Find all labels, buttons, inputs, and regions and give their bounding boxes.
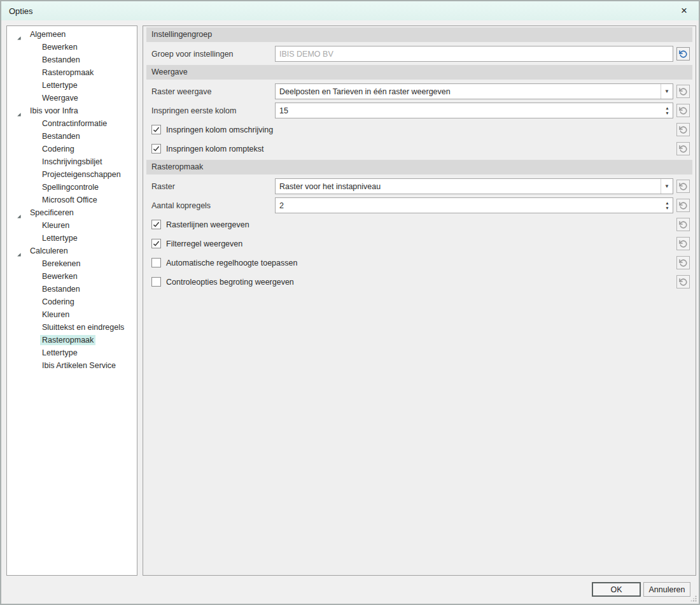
spinner-aantal-kopregels[interactable]: 2▲▼ [275, 197, 673, 213]
tree-item-inschrijvingsbiljet-10[interactable]: Inschrijvingsbiljet [7, 155, 137, 168]
tree-item-bewerken-1[interactable]: Bewerken [7, 41, 137, 53]
spinner-inspringen-eerste-kolom[interactable]: 15▲▼ [275, 103, 673, 118]
tree-item-ibis-voor-infra-6[interactable]: Ibis voor Infra [7, 104, 137, 117]
dropdown-value: Deelposten en Tarieven in één raster wee… [276, 87, 661, 96]
undo-icon [679, 220, 687, 229]
cancel-button[interactable]: Annuleren [643, 582, 690, 597]
setting-label: Raster [146, 182, 275, 191]
tree-item-label: Rasteropmaak [40, 68, 95, 78]
tree-item-label: Sluittekst en eindregels [40, 322, 126, 332]
reset-button-aantal-kopregels[interactable] [676, 199, 690, 212]
tree-item-bestanden-2[interactable]: Bestanden [7, 53, 137, 66]
titlebar[interactable]: Opties [1, 1, 699, 20]
settings-row-aantal-kopregels: Aantal kopregels2▲▼ [146, 197, 692, 213]
checkbox-label: Inspringen kolom romptekst [166, 145, 673, 153]
tree-item-berekenen-18[interactable]: Berekenen [7, 257, 137, 270]
expand-triangle-icon[interactable] [17, 32, 22, 37]
tree-item-kleuren-22[interactable]: Kleuren [7, 308, 137, 321]
checkbox-filterregel-weergeven[interactable] [151, 239, 161, 248]
undo-icon [679, 278, 687, 286]
dialog-footer: OK Annuleren [1, 576, 699, 604]
checkbox-rasterlijnen-weergeven[interactable] [151, 220, 161, 229]
input-value: IBIS DEMO BV [276, 50, 673, 59]
tree-item-specificeren-14[interactable]: Specificeren [7, 206, 137, 219]
tree-item-sluittekst-en-eindregels-23[interactable]: Sluittekst en eindregels [7, 321, 137, 334]
tree-item-label: Microsoft Office [40, 195, 99, 205]
tree-item-rasteropmaak-24[interactable]: Rasteropmaak [7, 334, 137, 346]
resize-grip[interactable] [690, 595, 697, 602]
expand-triangle-icon[interactable] [17, 248, 22, 253]
ok-button[interactable]: OK [592, 582, 641, 597]
undo-icon [679, 182, 687, 190]
reset-button-raster-weergave[interactable] [676, 85, 690, 98]
tree-item-bestanden-8[interactable]: Bestanden [7, 130, 137, 143]
expand-triangle-icon[interactable] [17, 108, 22, 113]
tree-item-label: Lettertype [40, 80, 80, 90]
tree-item-weergave-5[interactable]: Weergave [7, 92, 137, 104]
tree-item-calculeren-17[interactable]: Calculeren [7, 245, 137, 257]
tree-item-codering-9[interactable]: Codering [7, 143, 137, 155]
checkbox-label: Automatische regelhoogte toepassen [166, 259, 673, 267]
checkbox-inspringen-kolom-omschrijving[interactable] [151, 125, 161, 134]
tree-item-microsoft-office-13[interactable]: Microsoft Office [7, 194, 137, 206]
spinner-arrows: ▲▼ [662, 198, 673, 213]
tree-item-label: Bewerken [40, 271, 80, 281]
undo-icon [679, 87, 687, 96]
window-title: Opties [9, 6, 33, 16]
tree-item-bewerken-19[interactable]: Bewerken [7, 270, 137, 283]
checkbox-automatische-regelhoogte-toepassen[interactable] [151, 258, 161, 267]
reset-button-inspringen-kolom-romptekst[interactable] [676, 142, 690, 155]
spin-up-icon[interactable]: ▲ [665, 106, 669, 111]
reset-button-automatische-regelhoogte-toepassen[interactable] [676, 256, 690, 269]
tree-item-lettertype-16[interactable]: Lettertype [7, 232, 137, 245]
settings-row-inspringen-kolom-romptekst: Inspringen kolom romptekst [146, 141, 692, 157]
dropdown-arrow-icon[interactable]: ▼ [661, 84, 673, 99]
dropdown-raster-weergave[interactable]: Deelposten en Tarieven in één raster wee… [275, 83, 673, 99]
undo-icon [679, 201, 687, 210]
tree-item-algemeen-0[interactable]: Algemeen [7, 28, 137, 41]
tree-item-bestanden-20[interactable]: Bestanden [7, 283, 137, 295]
tree-item-label: Inschrijvingsbiljet [40, 157, 104, 167]
undo-icon [679, 145, 687, 153]
tree-item-ibis-artikelen-service-26[interactable]: Ibis Artikelen Service [7, 359, 137, 372]
tree-item-spellingcontrole-12[interactable]: Spellingcontrole [7, 181, 137, 194]
section-header-instellingengroep: Instellingengroep [146, 27, 692, 42]
reset-button-raster[interactable] [676, 180, 690, 193]
dropdown-arrow-icon[interactable]: ▼ [661, 179, 673, 194]
reset-button-rasterlijnen-weergeven[interactable] [676, 218, 690, 231]
tree-item-projecteigenschappen-11[interactable]: Projecteigenschappen [7, 168, 137, 181]
dropdown-raster[interactable]: Raster voor het instapniveau▼ [275, 178, 673, 194]
close-button[interactable]: × [673, 1, 695, 20]
checkbox-label: Controleopties begroting weergeven [166, 278, 673, 287]
reset-button-groep-voor-instellingen[interactable] [676, 47, 690, 60]
settings-tree: AlgemeenBewerkenBestandenRasteropmaakLet… [6, 25, 137, 576]
spin-down-icon[interactable]: ▼ [665, 111, 669, 116]
expand-triangle-icon[interactable] [17, 210, 22, 215]
tree-item-kleuren-15[interactable]: Kleuren [7, 219, 137, 232]
tree-item-rasteropmaak-3[interactable]: Rasteropmaak [7, 66, 137, 79]
tree-item-contractinformatie-7[interactable]: Contractinformatie [7, 117, 137, 130]
checkbox-inspringen-kolom-romptekst[interactable] [151, 144, 161, 153]
tree-item-lettertype-4[interactable]: Lettertype [7, 79, 137, 92]
checkbox-controleopties-begroting-weergeven[interactable] [151, 277, 161, 287]
setting-label: Inspringen eerste kolom [146, 106, 275, 115]
reset-button-filterregel-weergeven[interactable] [676, 237, 690, 250]
spin-up-icon[interactable]: ▲ [665, 201, 669, 206]
tree-item-label: Codering [40, 297, 76, 307]
input-groep-voor-instellingen[interactable]: IBIS DEMO BV [275, 46, 673, 62]
undo-icon [679, 239, 687, 248]
setting-label: Raster weergave [146, 87, 275, 96]
tree-item-lettertype-25[interactable]: Lettertype [7, 346, 137, 359]
spin-down-icon[interactable]: ▼ [665, 206, 669, 211]
checkmark-icon [153, 126, 160, 133]
spinner-value: 15 [276, 106, 662, 115]
spinner-value: 2 [276, 201, 662, 210]
options-dialog: Opties × AlgemeenBewerkenBestandenRaster… [0, 0, 700, 605]
reset-button-inspringen-kolom-omschrijving[interactable] [676, 123, 690, 136]
reset-button-inspringen-eerste-kolom[interactable] [676, 104, 690, 117]
tree-item-label: Lettertype [40, 233, 80, 243]
checkbox-label: Filterregel weergeven [166, 239, 673, 248]
reset-button-controleopties-begroting-weergeven[interactable] [676, 275, 690, 288]
tree-item-codering-21[interactable]: Codering [7, 295, 137, 308]
section-header-rasteropmaak: Rasteropmaak [146, 160, 692, 174]
